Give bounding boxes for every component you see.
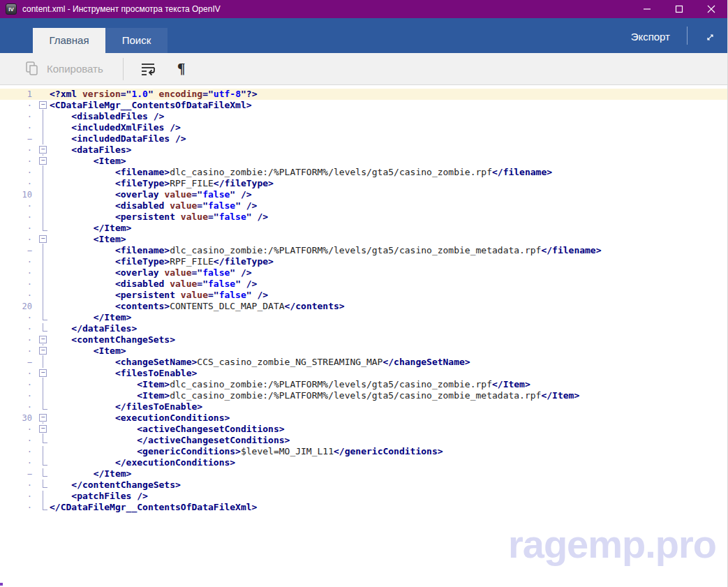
- code-line[interactable]: · </Item>: [0, 223, 727, 234]
- code-line[interactable]: ·− <Item>: [0, 234, 727, 245]
- fold-toggle[interactable]: −: [38, 144, 48, 156]
- code-line[interactable]: · <fileType>RPF_FILE</fileType>: [0, 256, 727, 267]
- code-line[interactable]: − <changeSetName>CCS_casino_zombie_NG_ST…: [0, 357, 727, 368]
- fold-guide: [38, 290, 48, 301]
- code-line[interactable]: · <genericConditions>$level=MO_JIM_L11</…: [0, 446, 727, 457]
- close-icon: [707, 5, 715, 13]
- fold-collapse-icon[interactable]: −: [39, 235, 47, 243]
- fold-toggle[interactable]: −: [38, 234, 48, 245]
- code-line[interactable]: · <disabled value="false" />: [0, 278, 727, 290]
- fold-guide: [38, 256, 48, 267]
- code-text: <?xml version="1.0" encoding="utf-8"?>: [50, 89, 257, 100]
- fold-toggle[interactable]: −: [38, 345, 48, 357]
- code-line[interactable]: · </filesToEnable>: [0, 401, 727, 413]
- close-button[interactable]: [695, 0, 727, 18]
- fold-guide: [38, 480, 48, 491]
- fold-collapse-icon[interactable]: −: [39, 157, 47, 165]
- code-line[interactable]: 30− <executionConditions>: [0, 413, 727, 424]
- code-line[interactable]: ·− <contentChangeSets>: [0, 334, 727, 345]
- code-text: <overlay value="false" />: [50, 267, 252, 278]
- code-line[interactable]: · </activeChangesetConditions>: [0, 435, 727, 446]
- code-line[interactable]: ·</CDataFileMgr__ContentsOfDataFileXml>: [0, 502, 727, 513]
- line-number: −: [0, 245, 38, 256]
- tab-poisk[interactable]: Поиск: [105, 28, 168, 53]
- fold-guide: [38, 167, 48, 178]
- fold-collapse-icon[interactable]: −: [39, 425, 47, 433]
- code-line[interactable]: ·− <dataFiles>: [0, 144, 727, 156]
- code-line[interactable]: · <persistent value="false" />: [0, 211, 727, 223]
- line-number: ·: [0, 446, 38, 457]
- code-line[interactable]: · <fileType>RPF_FILE</fileType>: [0, 178, 727, 189]
- code-line[interactable]: 1<?xml version="1.0" encoding="utf-8"?>: [0, 89, 727, 100]
- code-line[interactable]: 20 <contents>CONTENTS_DLC_MAP_DATA</cont…: [0, 301, 727, 312]
- titlebar[interactable]: IV content.xml - Инструмент просмотра те…: [0, 0, 727, 18]
- line-number: ·: [0, 502, 38, 513]
- code-text: <CDataFileMgr__ContentsOfDataFileXml>: [50, 100, 252, 111]
- word-wrap-button[interactable]: [139, 59, 157, 79]
- fold-toggle[interactable]: −: [38, 334, 48, 345]
- code-text: <persistent value="false" />: [50, 211, 268, 223]
- code-line[interactable]: ·− <activeChangesetConditions>: [0, 424, 727, 435]
- fold-guide: [38, 89, 48, 100]
- code-text: <filename>dlc_casino_zombie:/%PLATFORM%/…: [50, 245, 602, 256]
- line-number: ·: [0, 156, 38, 167]
- code-line[interactable]: · <patchFiles />: [0, 491, 727, 502]
- formatting-marks-button[interactable]: ¶: [172, 59, 191, 79]
- fold-collapse-icon[interactable]: −: [39, 146, 47, 154]
- code-line[interactable]: − </Item>: [0, 468, 727, 480]
- code-line[interactable]: − <includedDataFiles />: [0, 133, 727, 144]
- maximize-icon: [675, 5, 683, 13]
- ribbon-bar: Главная Поиск Экспорт: [0, 18, 727, 53]
- export-button[interactable]: Экспорт: [631, 28, 670, 46]
- code-line[interactable]: ·− <Item>: [0, 156, 727, 167]
- fold-toggle[interactable]: −: [38, 424, 48, 435]
- fold-collapse-icon[interactable]: −: [39, 336, 47, 343]
- fold-toggle[interactable]: −: [38, 368, 48, 379]
- expand-ribbon-button[interactable]: [703, 30, 717, 44]
- tab-glavnaya[interactable]: Главная: [33, 28, 105, 53]
- code-line[interactable]: · </contentChangeSets>: [0, 480, 727, 491]
- line-number: 1: [0, 89, 38, 100]
- fold-collapse-icon[interactable]: −: [39, 101, 47, 109]
- diagonal-resize-icon: [705, 32, 715, 43]
- code-line[interactable]: · <filename>dlc_casino_zombie:/%PLATFORM…: [0, 167, 727, 178]
- maximize-button[interactable]: [663, 0, 695, 18]
- code-line[interactable]: · <includedXmlFiles />: [0, 122, 727, 133]
- code-text: <fileType>RPF_FILE</fileType>: [50, 178, 274, 189]
- code-text: <fileType>RPF_FILE</fileType>: [50, 256, 274, 267]
- line-number: ·: [0, 278, 38, 290]
- code-line[interactable]: · <disabledFiles />: [0, 111, 727, 122]
- line-number: ·: [0, 435, 38, 446]
- code-line[interactable]: ·− <filesToEnable>: [0, 368, 727, 379]
- toolbar: Копировать ¶: [0, 53, 727, 85]
- fold-toggle[interactable]: −: [38, 100, 48, 111]
- fold-collapse-icon[interactable]: −: [39, 347, 47, 355]
- code-text: <disabled value="false" />: [50, 200, 257, 211]
- minimize-button[interactable]: [631, 0, 663, 18]
- line-number: ·: [0, 167, 38, 178]
- code-line[interactable]: · <overlay value="false" />: [0, 267, 727, 278]
- fold-toggle[interactable]: −: [38, 413, 48, 424]
- code-line[interactable]: ·−<CDataFileMgr__ContentsOfDataFileXml>: [0, 100, 727, 111]
- copy-button[interactable]: Копировать: [25, 61, 103, 77]
- code-line[interactable]: · <persistent value="false" />: [0, 290, 727, 301]
- code-line[interactable]: · </dataFiles>: [0, 323, 727, 334]
- code-line[interactable]: 10 <overlay value="false" />: [0, 189, 727, 200]
- code-line[interactable]: · <Item>dlc_casino_zombie:/%PLATFORM%/le…: [0, 390, 727, 401]
- code-line[interactable]: − <filename>dlc_casino_zombie:/%PLATFORM…: [0, 245, 727, 256]
- code-line[interactable]: ·− <Item>: [0, 345, 727, 357]
- fold-collapse-icon[interactable]: −: [39, 414, 47, 422]
- code-text: </CDataFileMgr__ContentsOfDataFileXml>: [50, 502, 257, 513]
- fold-toggle[interactable]: −: [38, 156, 48, 167]
- fold-guide: [38, 491, 48, 502]
- code-line[interactable]: · <Item>dlc_casino_zombie:/%PLATFORM%/le…: [0, 379, 727, 390]
- code-line[interactable]: · <disabled value="false" />: [0, 200, 727, 211]
- code-line[interactable]: · </executionConditions>: [0, 457, 727, 468]
- fold-collapse-icon[interactable]: −: [39, 369, 47, 377]
- code-editor[interactable]: 1<?xml version="1.0" encoding="utf-8"?>·…: [0, 86, 727, 587]
- code-line[interactable]: · </Item>: [0, 312, 727, 323]
- code-text: <persistent value="false" />: [50, 290, 268, 301]
- fold-guide: [38, 457, 48, 468]
- fold-guide: [38, 122, 48, 133]
- code-text: <overlay value="false" />: [50, 189, 252, 200]
